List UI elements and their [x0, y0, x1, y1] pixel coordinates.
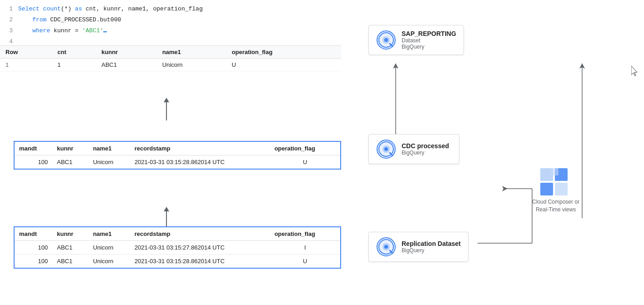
- line-number-3: 3: [0, 25, 18, 36]
- replication-box: Replication Dataset BigQuery: [368, 232, 468, 262]
- diagram-panel: SAP_REPORTING Dataset BigQuery CDC proce…: [359, 0, 644, 305]
- svg-rect-23: [540, 183, 553, 195]
- rep-cell-opflag-1: I: [270, 241, 340, 255]
- replication-type: BigQuery: [402, 247, 461, 254]
- cdc-processed-type: BigQuery: [402, 150, 449, 156]
- svg-point-14: [384, 147, 388, 151]
- result-row-1: 1 1 ABC1 Unicorn U: [0, 59, 341, 71]
- rep-col-mandt: mandt: [15, 227, 52, 241]
- cdc-processed-box: CDC processed BigQuery: [368, 134, 459, 164]
- result-table-wrapper: Row cnt kunnr name1 operation_flag 1 1 A…: [0, 45, 341, 71]
- col-kunnr: kunnr: [96, 46, 157, 59]
- result-table-header: Row cnt kunnr name1 operation_flag: [0, 46, 341, 59]
- arrow-head-2: [164, 207, 169, 211]
- sql-code-2: from CDC_PROCESSED.but000: [18, 15, 341, 25]
- line-number-1: 1: [0, 4, 18, 15]
- sap-reporting-title: SAP_REPORTING: [402, 30, 456, 37]
- replication-info: Replication Dataset BigQuery: [402, 240, 461, 254]
- cdc-cell-opflag-1: U: [270, 155, 340, 169]
- cdc-col-recordstamp: recordstamp: [130, 142, 270, 155]
- bigquery-icon-sap: [376, 30, 396, 50]
- cdc-cell-name1-1: Unicorn: [88, 155, 130, 169]
- cdc-processed-title: CDC processed: [402, 142, 449, 150]
- cdc-table-header: mandt kunnr name1 recordstamp operation_…: [15, 142, 340, 155]
- rep-cell-recordstamp-1: 2021-03-31 03:15:27.862014 UTC: [130, 241, 270, 255]
- col-row: Row: [0, 46, 52, 59]
- sql-line-3: 3 where kunnr = 'ABC1': [0, 25, 341, 36]
- rep-cell-mandt-2: 100: [15, 255, 52, 268]
- composer-box: Cloud Composer orReal-Time views: [532, 168, 579, 214]
- arrow-up-1: [164, 98, 169, 120]
- rep-col-name1: name1: [88, 227, 130, 241]
- sql-line-2: 2 from CDC_PROCESSED.but000: [0, 15, 341, 25]
- sap-reporting-info: SAP_REPORTING Dataset BigQuery: [402, 30, 456, 50]
- sap-reporting-type: BigQuery: [402, 44, 456, 50]
- sql-code-1: Select count(*) as cnt, kunnr, name1, op…: [18, 4, 341, 15]
- col-cnt: cnt: [52, 46, 96, 59]
- bigquery-icon-replication: [376, 237, 396, 257]
- sql-editor[interactable]: 1 Select count(*) as cnt, kunnr, name1, …: [0, 0, 341, 51]
- cell-cnt-1: 1: [52, 59, 96, 71]
- rep-row-1: 100 ABC1 Unicorn 2021-03-31 03:15:27.862…: [15, 241, 340, 255]
- rep-table-header: mandt kunnr name1 recordstamp operation_…: [15, 227, 340, 241]
- rep-cell-mandt-1: 100: [15, 241, 52, 255]
- cdc-col-name1: name1: [88, 142, 130, 155]
- cdc-processed-info: CDC processed BigQuery: [402, 142, 449, 156]
- cdc-table-wrapper: mandt kunnr name1 recordstamp operation_…: [14, 141, 341, 170]
- cdc-table: mandt kunnr name1 recordstamp operation_…: [15, 142, 340, 169]
- cell-row-1: 1: [0, 59, 52, 71]
- cdc-cell-recordstamp-1: 2021-03-31 03:15:28.862014 UTC: [130, 155, 270, 169]
- cdc-col-kunnr: kunnr: [52, 142, 88, 155]
- rep-table: mandt kunnr name1 recordstamp operation_…: [15, 227, 340, 268]
- sap-reporting-subtitle: Dataset: [402, 37, 456, 44]
- result-table: Row cnt kunnr name1 operation_flag 1 1 A…: [0, 45, 341, 71]
- cdc-cell-mandt-1: 100: [15, 155, 52, 169]
- line-number-2: 2: [0, 15, 18, 25]
- svg-rect-25: [549, 168, 558, 175]
- rep-cell-opflag-2: U: [270, 255, 340, 268]
- cell-name1-1: Unicorn: [157, 59, 226, 71]
- bigquery-icon-cdc: [376, 139, 396, 159]
- rep-cell-kunnr-1: ABC1: [52, 241, 88, 255]
- rep-cell-name1-2: Unicorn: [88, 255, 130, 268]
- arrow-head-1: [164, 98, 169, 102]
- cell-kunnr-1: ABC1: [96, 59, 157, 71]
- composer-label: Cloud Composer orReal-Time views: [532, 198, 579, 214]
- composer-icon: [540, 168, 571, 195]
- arrow-shaft-1: [166, 102, 167, 120]
- cell-opflag-1: U: [226, 59, 341, 71]
- sql-line-1: 1 Select count(*) as cnt, kunnr, name1, …: [0, 4, 341, 15]
- replication-title: Replication Dataset: [402, 240, 461, 247]
- cdc-col-mandt: mandt: [15, 142, 52, 155]
- cdc-cell-kunnr-1: ABC1: [52, 155, 88, 169]
- rep-cell-recordstamp-2: 2021-03-31 03:15:28.862014 UTC: [130, 255, 270, 268]
- col-operation-flag: operation_flag: [226, 46, 341, 59]
- rep-col-operation-flag: operation_flag: [270, 227, 340, 241]
- rep-table-wrapper: mandt kunnr name1 recordstamp operation_…: [14, 226, 341, 269]
- rep-cell-name1-1: Unicorn: [88, 241, 130, 255]
- sql-code-3: where kunnr = 'ABC1': [18, 25, 341, 36]
- rep-col-recordstamp: recordstamp: [130, 227, 270, 241]
- rep-col-kunnr: kunnr: [52, 227, 88, 241]
- svg-rect-24: [555, 183, 568, 195]
- cdc-col-operation-flag: operation_flag: [270, 142, 340, 155]
- svg-point-9: [384, 38, 388, 42]
- cursor-icon: [631, 66, 639, 77]
- sap-reporting-box: SAP_REPORTING Dataset BigQuery: [368, 25, 464, 55]
- rep-row-2: 100 ABC1 Unicorn 2021-03-31 03:15:28.862…: [15, 255, 340, 268]
- svg-point-19: [384, 245, 388, 249]
- rep-cell-kunnr-2: ABC1: [52, 255, 88, 268]
- cdc-row-1: 100 ABC1 Unicorn 2021-03-31 03:15:28.862…: [15, 155, 340, 169]
- col-name1: name1: [157, 46, 226, 59]
